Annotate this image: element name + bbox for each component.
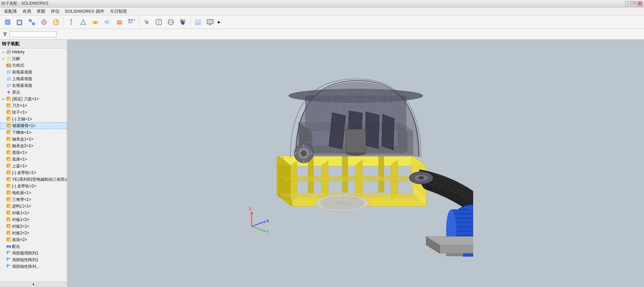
expand-arrow-base1[interactable] [1, 157, 5, 161]
expand-arrow-belt1[interactable] [1, 171, 5, 175]
expand-arrow-bearing-box1[interactable] [1, 137, 5, 141]
tree-item-screen1[interactable]: 底筛<1> [0, 149, 67, 156]
tree-item-pattern3[interactable]: 局部线性阵列... [0, 263, 67, 270]
expand-arrow-inlet[interactable] [1, 204, 5, 208]
menu-assembly[interactable]: 装配体 [1, 8, 20, 15]
tree-item-origin[interactable]: 原点 [0, 89, 67, 96]
expand-arrow-motor-base[interactable] [1, 191, 5, 195]
tree-item-screen2[interactable]: 底筛<2> [0, 236, 67, 243]
smart-dimension-btn[interactable]: Ø [90, 17, 101, 27]
menu-solidworks-addins[interactable]: SOLIDWORKS 插件 [62, 8, 107, 15]
expand-arrow-cover[interactable] [1, 164, 5, 168]
section-view-btn[interactable] [153, 17, 164, 27]
expand-arrow-lining1-2[interactable] [1, 218, 5, 222]
tree-item-blade[interactable]: 刀片<1> [0, 102, 67, 109]
filter-icon[interactable] [2, 31, 8, 37]
svg-rect-101 [8, 219, 10, 221]
expand-arrow-pattern2[interactable] [1, 258, 5, 262]
restore-btn[interactable]: ❐ [631, 1, 637, 6]
viewport[interactable]: Z X Y [67, 40, 644, 287]
expand-arrow-pattern1[interactable] [1, 251, 5, 255]
expand-arrow-pattern3[interactable] [1, 265, 5, 269]
tree-item-motor-yej[interactable]: YEJ系列B3型电磁制动三相异步电... [0, 176, 67, 183]
filter-input[interactable] [9, 31, 56, 37]
tree-item-cover[interactable]: 上盖<1> [0, 163, 67, 169]
new-part-btn[interactable] [14, 17, 26, 27]
tree-item-lining2-2[interactable]: 衬板2<2> [0, 230, 67, 236]
tree-item-lock-nut[interactable]: 锁紧螺母<1> [0, 122, 67, 129]
expand-arrow-right-plane[interactable] [1, 83, 5, 88]
appearance-btn[interactable] [177, 17, 189, 27]
tree-item-pattern2[interactable]: 局部线性阵列1 [0, 256, 67, 263]
expand-arrow-lower-tank[interactable] [1, 130, 5, 134]
tree-item-mate[interactable]: 配合 [0, 243, 67, 250]
tree-item-motor-base[interactable]: 电机座<1> [0, 189, 67, 196]
tree-item-belt1[interactable]: (-) 皮带轮<1> [0, 169, 67, 176]
sidebar-content[interactable]: ▸ History▸ 注解 f(x) 方程式 前视基准面 上视基准面 右视基准面… [0, 49, 67, 282]
tree-item-equations[interactable]: f(x) 方程式 [0, 62, 67, 69]
component-pattern-btn[interactable] [126, 17, 137, 27]
expand-arrow-lock-nut[interactable] [2, 124, 6, 128]
expand-arrow-lining1-1[interactable] [1, 211, 5, 215]
expand-arrow-bearing-box2[interactable] [1, 144, 5, 148]
expand-arrow-mate[interactable] [1, 244, 5, 248]
expand-arrow-belt2[interactable] [1, 184, 5, 188]
tree-item-main-axis[interactable]: (-) 主轴<1> [0, 116, 67, 122]
minimize-btn[interactable]: ─ [625, 1, 631, 6]
move-component-btn[interactable] [38, 17, 50, 27]
svg-point-155 [301, 151, 306, 156]
ref-geometry-btn[interactable] [78, 17, 89, 27]
insert-components-btn[interactable]: + [2, 17, 13, 27]
expand-arrow-lining2-2[interactable] [1, 231, 5, 235]
expand-arrow-main-axis[interactable] [1, 117, 5, 121]
monitor-btn[interactable] [204, 17, 216, 27]
tree-item-lining1-2[interactable]: 衬板1<2> [0, 216, 67, 223]
tree-item-notes[interactable]: ▸ 注解 [0, 55, 67, 62]
tree-item-base1[interactable]: 底座<1> [0, 156, 67, 163]
expand-arrow-top-plane[interactable] [1, 77, 5, 81]
scene-btn[interactable] [192, 17, 204, 27]
menu-layout[interactable]: 布局 [20, 8, 34, 15]
assembly-feature-btn[interactable] [114, 17, 125, 27]
tree-item-lower-tank[interactable]: 下槽体<1> [0, 129, 67, 136]
expand-arrow-screen2[interactable] [1, 238, 5, 242]
tree-item-lining2-1[interactable]: 衬板2<1> [0, 223, 67, 230]
view-display-btn[interactable] [165, 17, 177, 27]
axis-btn[interactable] [65, 17, 77, 27]
tree-item-bearing-box1[interactable]: 轴承盒1<1> [0, 136, 67, 142]
tree-item-triangle-belt[interactable]: 三角带<1> [0, 196, 67, 203]
mirror-btn[interactable] [102, 17, 113, 27]
tree-item-lining1-1[interactable]: 衬板1<1> [0, 210, 67, 216]
expand-arrow-blade[interactable] [1, 104, 5, 108]
tree-item-right-plane[interactable]: 右视基准面 [0, 82, 67, 89]
tree-item-inlet[interactable]: 进料口<1> [0, 203, 67, 210]
close-btn[interactable]: ✕ [637, 1, 643, 6]
tree-item-belt2[interactable]: (-) 皮带轮<2> [0, 183, 67, 189]
tree-item-pattern1[interactable]: 局部圆周阵列1 [0, 250, 67, 256]
tree-item-rotor[interactable]: 转子<1> [0, 109, 67, 116]
smart-mates-btn[interactable] [26, 17, 38, 27]
expand-arrow-lining2-1[interactable] [1, 224, 5, 228]
expand-arrow-equations[interactable] [1, 63, 5, 67]
tree-item-top-plane[interactable]: 上视基准面 [0, 75, 67, 82]
tree-item-history[interactable]: ▸ History [0, 49, 67, 55]
tree-item-bearing-box2[interactable]: 轴承盒2<1> [0, 142, 67, 149]
expand-arrow-motor-yej[interactable] [1, 177, 5, 181]
tree-item-fixed-blade[interactable]: ▸ (固定) 刀盘<1> [0, 96, 67, 102]
expand-arrow-origin[interactable] [1, 90, 5, 94]
menu-evaluate[interactable]: 评估 [48, 8, 62, 15]
sidebar-scroll-down[interactable]: ▼ [0, 282, 67, 287]
expand-arrow-screen1[interactable] [1, 151, 5, 155]
menu-today-manufacture[interactable]: 今日制造 [107, 8, 130, 15]
expand-arrow-history[interactable]: ▸ [1, 50, 5, 54]
menu-sketch[interactable]: 草图 [34, 8, 48, 15]
expand-arrow-front-plane[interactable] [1, 70, 5, 74]
tree-item-front-plane[interactable]: 前视基准面 [0, 69, 67, 75]
expand-arrow-fixed-blade[interactable]: ▸ [1, 97, 5, 101]
explode-view-btn[interactable] [141, 17, 152, 27]
expand-arrow-triangle-belt[interactable] [1, 197, 5, 202]
toolbar-more-arrow[interactable]: ▶ [216, 17, 222, 27]
expand-arrow-rotor[interactable] [1, 110, 5, 114]
expand-arrow-notes[interactable]: ▸ [1, 57, 5, 61]
display-states-btn[interactable] [50, 17, 62, 27]
